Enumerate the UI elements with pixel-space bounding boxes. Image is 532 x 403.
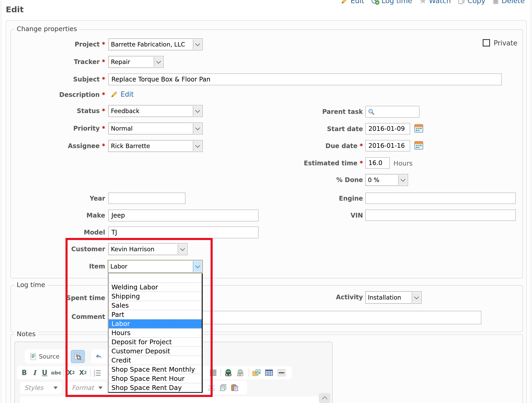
delete-link[interactable]: Delete	[492, 0, 525, 5]
context-toolbar: Edit Log time Watch Copy Delete	[337, 0, 525, 5]
unlink-icon[interactable]	[235, 367, 246, 378]
start-date-label: Start date	[274, 125, 363, 133]
description-edit[interactable]: Edit	[111, 90, 134, 98]
search-icon	[367, 108, 375, 116]
parent-task-input[interactable]	[365, 106, 420, 118]
log-time-legend: Log time	[15, 281, 47, 289]
page-right-border	[531, 0, 531, 403]
edit-link[interactable]: Edit	[341, 0, 364, 5]
change-properties-legend: Change properties	[15, 25, 79, 33]
subject-label: Subject *	[16, 76, 105, 83]
clock-plus-icon	[371, 0, 379, 5]
notes-content-area[interactable]	[20, 396, 328, 403]
source-document-icon	[27, 351, 39, 362]
model-label: Model	[16, 229, 105, 236]
tracker-label: Tracker *	[16, 58, 105, 66]
log-time-link[interactable]: Log time	[371, 0, 412, 5]
vin-label: VIN	[274, 212, 363, 219]
star-icon	[419, 0, 427, 4]
issue-edit-page: Edit Log time Watch Copy Delete Edit Cha…	[0, 0, 532, 403]
due-date-input[interactable]: 2016-01-16	[365, 140, 410, 151]
start-date-input[interactable]: 2016-01-09	[365, 123, 410, 135]
toolbar-group-source: Source	[25, 349, 71, 364]
horizontal-rule-icon[interactable]	[276, 367, 287, 378]
chevron-down-icon[interactable]	[193, 106, 202, 116]
activity-select[interactable]: Installation	[365, 291, 422, 304]
pencil-icon	[341, 0, 349, 4]
chevron-down-icon[interactable]	[154, 57, 163, 67]
notes-legend: Notes	[15, 330, 38, 338]
estimated-time-label: Estimated time *	[274, 160, 363, 167]
chevron-up-icon	[322, 396, 327, 401]
engine-label: Engine	[274, 195, 363, 202]
private-checkbox[interactable]	[483, 39, 490, 46]
private-label: Private	[494, 39, 517, 47]
description-edit-link[interactable]: Edit	[121, 90, 134, 98]
year-input[interactable]	[108, 192, 186, 204]
copy-link-label[interactable]: Copy	[468, 0, 486, 5]
description-label: Description *	[16, 91, 105, 98]
tracker-select[interactable]: Repair	[108, 56, 164, 68]
watch-link-label[interactable]: Watch	[429, 0, 451, 5]
strikethrough-button[interactable]: abc	[50, 367, 62, 378]
project-select[interactable]: Barrette Fabrication, LLC	[108, 38, 203, 50]
copy-icon	[458, 0, 465, 4]
collapse-toolbar-button[interactable]	[319, 393, 330, 403]
pencil-icon	[111, 91, 118, 98]
chevron-down-icon[interactable]	[193, 39, 202, 49]
estimated-time-unit: Hours	[393, 160, 413, 167]
italic-button[interactable]: I	[29, 367, 39, 378]
due-date-label: Due date *	[274, 142, 363, 150]
paste-icon[interactable]	[229, 382, 240, 393]
activity-label: Activity	[274, 294, 363, 301]
styles-dropdown-label: Styles	[24, 384, 43, 392]
copy-icon[interactable]	[217, 382, 229, 393]
table-icon[interactable]	[263, 367, 275, 378]
project-label: Project *	[16, 41, 105, 48]
edit-link-label[interactable]: Edit	[351, 0, 364, 5]
assignee-select[interactable]: Rick Barrette	[108, 140, 203, 152]
engine-input[interactable]	[365, 192, 516, 204]
trash-icon	[492, 0, 499, 4]
styles-dropdown[interactable]: Styles	[20, 382, 62, 394]
annotation-rectangle	[65, 238, 213, 397]
chevron-down-icon[interactable]	[193, 124, 202, 133]
source-button[interactable]: Source	[39, 353, 63, 360]
vin-input[interactable]	[365, 209, 516, 221]
priority-label: Priority *	[16, 125, 105, 132]
underline-button[interactable]: U	[39, 367, 50, 378]
make-label: Make	[16, 212, 105, 219]
percent-done-label: % Done	[274, 176, 363, 184]
status-label: Status *	[16, 107, 105, 115]
chevron-down-icon[interactable]	[412, 292, 421, 303]
calendar-icon[interactable]	[414, 140, 424, 150]
percent-done-select[interactable]: 0 %	[365, 174, 408, 186]
chevron-down-icon[interactable]	[193, 141, 202, 151]
assignee-label: Assignee *	[16, 142, 105, 150]
make-input[interactable]: Jeep	[108, 209, 259, 221]
priority-select[interactable]: Normal	[108, 122, 203, 135]
page-title: Edit	[6, 5, 24, 14]
parent-task-label: Parent task	[274, 108, 363, 115]
calendar-icon[interactable]	[414, 123, 424, 133]
chevron-down-icon[interactable]	[398, 175, 407, 185]
copy-link[interactable]: Copy	[458, 0, 486, 5]
watch-link[interactable]: Watch	[419, 0, 451, 5]
link-icon[interactable]	[223, 367, 234, 378]
delete-link-label[interactable]: Delete	[501, 0, 525, 5]
chevron-down-icon	[53, 387, 58, 389]
bold-button[interactable]: B	[19, 367, 29, 378]
model-input[interactable]: TJ	[108, 226, 259, 238]
subject-input[interactable]: Replace Torque Box & Floor Pan	[108, 73, 502, 85]
log-time-link-label[interactable]: Log time	[381, 0, 412, 5]
image-icon[interactable]	[251, 367, 262, 378]
page-left-border	[1, 0, 1, 403]
year-label: Year	[16, 195, 105, 202]
estimated-time-input[interactable]: 16.0	[365, 157, 390, 169]
status-select[interactable]: Feedback	[108, 105, 203, 117]
